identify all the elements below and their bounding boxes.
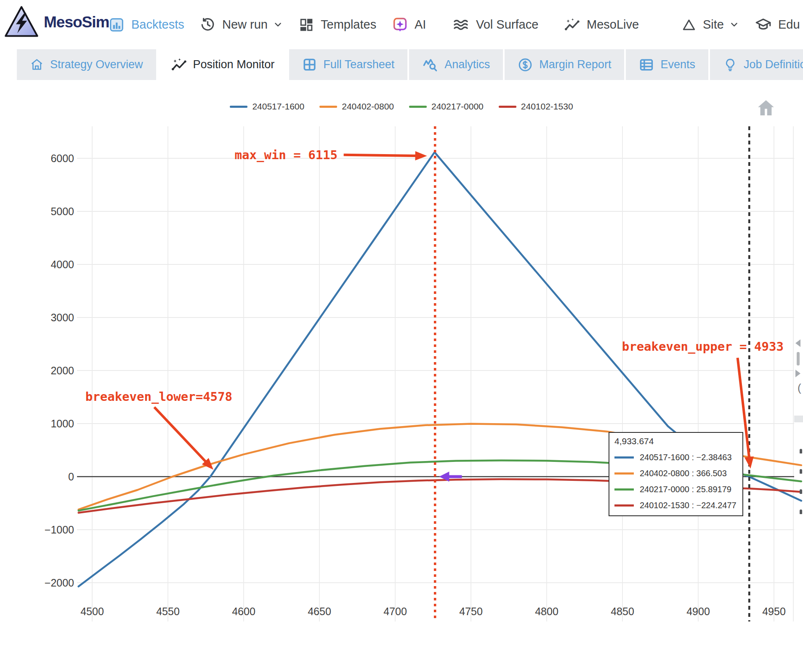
y-tick-label: −2000 xyxy=(45,577,74,589)
tab-margin-report[interactable]: Margin Report xyxy=(505,49,624,80)
x-tick-label: 4700 xyxy=(383,605,407,617)
legend-swatch xyxy=(409,106,427,108)
tooltip-value: 240217-0000 : 25.89179 xyxy=(640,485,731,494)
graduation-cap-icon xyxy=(755,16,771,33)
nav-item-edu[interactable]: Edu xyxy=(755,0,800,49)
grid-icon xyxy=(299,17,314,32)
bottom-bar: Position: 0 As Of: 2024-01-02 15:30:00 H… xyxy=(0,632,803,672)
x-tick-label: 4550 xyxy=(156,605,180,617)
x-tick-label: 4850 xyxy=(611,605,634,617)
y-tick-label: 2000 xyxy=(51,365,74,376)
mesosim-app: −2000−1000010002000300040005000600045004… xyxy=(0,0,803,672)
tooltip-row: 240217-0000 : 25.89179 xyxy=(614,485,737,494)
nav-item-mesolive[interactable]: MesoLive xyxy=(564,0,639,49)
y-tick-label: 1000 xyxy=(51,418,74,429)
tab-events[interactable]: Events xyxy=(626,49,708,80)
y-tick-label: 6000 xyxy=(51,152,74,164)
annotation-label: max_win = 6115 xyxy=(235,148,338,162)
tab-position-monitor[interactable]: Position Monitor xyxy=(158,49,288,80)
legend-swatch xyxy=(319,106,337,108)
tab-label: Margin Report xyxy=(539,58,611,71)
rail-mark xyxy=(800,449,802,453)
rail-mark xyxy=(800,469,802,474)
tooltip-x-value: 4,933.674 xyxy=(614,436,737,446)
legend-item-240517-1600[interactable]: 240517-1600 xyxy=(230,101,304,112)
tooltip-row: 240517-1600 : −2.38463 xyxy=(614,453,737,462)
tab-bar: Strategy OverviewPosition MonitorFull Te… xyxy=(0,49,803,80)
legend-item-240217-0000[interactable]: 240217-0000 xyxy=(409,101,484,112)
history-icon xyxy=(200,17,215,32)
rail-mark xyxy=(800,509,802,514)
home-icon xyxy=(30,58,44,72)
x-tick-label: 4500 xyxy=(80,605,104,617)
y-tick-label: 0 xyxy=(68,471,74,483)
tab-label: Strategy Overview xyxy=(50,58,143,71)
chevron-down-icon xyxy=(730,20,739,29)
x-tick-label: 4650 xyxy=(308,605,331,617)
rail-divider xyxy=(794,416,803,422)
tooltip-swatch xyxy=(614,488,634,491)
nav-item-ai[interactable]: AI xyxy=(392,0,426,49)
payoff-chart[interactable]: −2000−1000010002000300040005000600045004… xyxy=(0,0,803,672)
legend-label: 240517-1600 xyxy=(252,101,304,112)
legend-swatch xyxy=(230,106,247,108)
annotation-arrow xyxy=(344,155,416,156)
nav-item-backtests[interactable]: Backtests xyxy=(109,0,184,49)
legend-item-240102-1530[interactable]: 240102-1530 xyxy=(499,101,573,112)
tab-strategy-overview[interactable]: Strategy Overview xyxy=(17,49,156,80)
tooltip-swatch xyxy=(614,504,634,507)
nav-label: MesoLive xyxy=(587,18,639,32)
tab-job-definition[interactable]: Job Definition xyxy=(710,49,803,80)
reset-axes-home-icon[interactable] xyxy=(756,98,776,118)
nav-label: Backtests xyxy=(131,18,184,32)
ai-sparkle-icon xyxy=(392,17,408,32)
tooltip-row: 240102-1530 : −224.2477 xyxy=(614,501,737,510)
rail-right-arrow-icon[interactable] xyxy=(795,370,800,377)
tooltip-swatch xyxy=(614,472,634,475)
brand-name: MesoSim xyxy=(44,13,109,31)
tooltip-value: 240402-0800 : 366.503 xyxy=(640,469,727,478)
bar-chart-icon xyxy=(109,17,125,33)
tab-label: Events xyxy=(660,58,695,71)
annotation-label: breakeven_upper = 4933 xyxy=(622,339,784,354)
lightbulb-icon xyxy=(723,58,737,72)
triangle-icon xyxy=(682,18,696,32)
annotation-arrow-head xyxy=(745,456,754,469)
nav-label: Vol Surface xyxy=(476,18,538,32)
brand[interactable]: MesoSim xyxy=(4,5,109,40)
waves-icon xyxy=(452,16,469,33)
y-tick-label: 4000 xyxy=(51,259,74,270)
nav-item-new-run[interactable]: New run xyxy=(200,0,282,49)
x-tick-label: 4600 xyxy=(232,605,255,617)
legend-label: 240217-0000 xyxy=(431,101,484,112)
y-tick-label: 5000 xyxy=(51,205,74,217)
annotation-arrow xyxy=(154,407,206,462)
series-240517-1600 xyxy=(79,152,801,587)
analytics-icon xyxy=(422,57,438,73)
rail-left-arrow-icon[interactable] xyxy=(795,339,800,347)
nav-item-vol-surface[interactable]: Vol Surface xyxy=(452,0,538,49)
rail-scroll-thumb[interactable] xyxy=(797,352,800,365)
tooltip-swatch xyxy=(614,456,634,459)
tooltip-value: 240102-1530 : −224.2477 xyxy=(640,501,737,510)
dollar-circle-icon xyxy=(518,57,533,72)
nav-label: New run xyxy=(222,18,268,32)
top-nav: MesoSim BacktestsNew runTemplatesAIVol S… xyxy=(0,0,803,49)
y-tick-label: 3000 xyxy=(51,312,74,323)
annotation-arrow-head xyxy=(415,151,427,160)
x-tick-label: 4900 xyxy=(686,605,710,617)
x-tick-label: 4950 xyxy=(762,605,786,617)
legend-item-240402-0800[interactable]: 240402-0800 xyxy=(319,101,394,112)
annotation-label: breakeven_lower=4578 xyxy=(85,389,232,404)
nav-item-templates[interactable]: Templates xyxy=(299,0,376,49)
x-tick-label: 4800 xyxy=(535,605,558,617)
table-icon xyxy=(639,57,654,72)
y-tick-label: −1000 xyxy=(45,524,74,536)
x-tick-label: 4750 xyxy=(459,605,483,617)
tab-label: Position Monitor xyxy=(193,58,275,71)
tab-analytics[interactable]: Analytics xyxy=(409,49,503,80)
tab-full-tearsheet[interactable]: Full Tearsheet xyxy=(289,49,407,80)
rail-partial-glyph: ( xyxy=(798,381,801,395)
mesosim-logo-icon xyxy=(4,5,39,40)
nav-item-site[interactable]: Site xyxy=(682,0,739,49)
